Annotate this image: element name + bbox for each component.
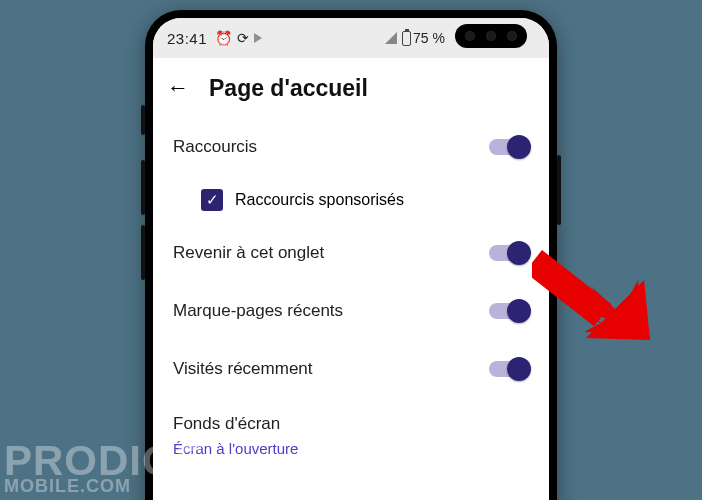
setting-return-tab[interactable]: Revenir à cet onglet	[173, 224, 529, 282]
phone-frame: 23:41 ⏰ ⟳ 75 % ← Page d'accueil	[145, 10, 557, 500]
setting-label: Marque-pages récents	[173, 301, 343, 321]
play-icon	[254, 33, 262, 43]
side-button	[141, 160, 145, 215]
status-bar: 23:41 ⏰ ⟳ 75 %	[153, 18, 549, 58]
watermark-line2: MOBILE	[4, 476, 80, 496]
signal-icon	[385, 32, 397, 44]
watermark-line1: PRODIGE	[4, 443, 205, 479]
toggle-return-tab[interactable]	[489, 245, 529, 261]
settings-list: Raccourcis ✓ Raccourcis sponsorisés Reve…	[153, 118, 549, 500]
side-button	[141, 225, 145, 280]
section-wallpapers: Fonds d'écran	[173, 398, 529, 434]
sync-icon: ⟳	[237, 30, 249, 46]
checkbox-sponsored[interactable]: ✓	[201, 189, 223, 211]
battery-percent: 75 %	[413, 30, 445, 46]
toggle-recently-visited[interactable]	[489, 361, 529, 377]
alarm-icon: ⏰	[215, 30, 232, 46]
toggle-recent-bookmarks[interactable]	[489, 303, 529, 319]
setting-shortcuts[interactable]: Raccourcis	[173, 118, 529, 176]
screen: 23:41 ⏰ ⟳ 75 % ← Page d'accueil	[153, 18, 549, 500]
watermark: PRODIGE MOBILE.COM	[4, 443, 205, 494]
title-bar: ← Page d'accueil	[153, 58, 549, 118]
svg-marker-4	[586, 280, 650, 340]
setting-label: Revenir à cet onglet	[173, 243, 324, 263]
page-title: Page d'accueil	[209, 75, 368, 102]
link-opening-screen[interactable]: Écran à l'ouverture	[173, 434, 529, 463]
battery-icon	[402, 31, 411, 46]
battery-indicator: 75 %	[402, 30, 445, 46]
side-button	[141, 105, 145, 135]
camera-cutout	[455, 24, 527, 48]
setting-label: Raccourcis	[173, 137, 257, 157]
svg-marker-2	[624, 280, 642, 335]
status-time: 23:41	[167, 30, 207, 47]
setting-recently-visited[interactable]: Visités récemment	[173, 340, 529, 398]
toggle-shortcuts[interactable]	[489, 139, 529, 155]
side-button	[557, 155, 561, 225]
watermark-suffix: .COM	[80, 476, 131, 496]
setting-label: Raccourcis sponsorisés	[235, 191, 404, 209]
setting-label: Visités récemment	[173, 359, 313, 379]
svg-marker-1	[584, 318, 642, 335]
svg-marker-0	[542, 258, 642, 335]
setting-recent-bookmarks[interactable]: Marque-pages récents	[173, 282, 529, 340]
back-button[interactable]: ←	[167, 75, 189, 101]
setting-sponsored-shortcuts[interactable]: ✓ Raccourcis sponsorisés	[173, 176, 529, 224]
